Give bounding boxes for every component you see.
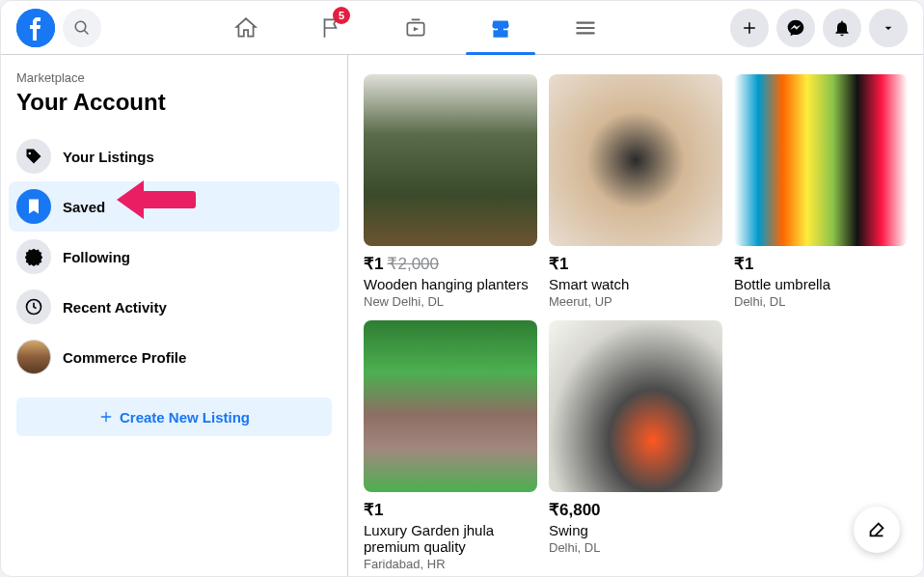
bookmark-icon (16, 189, 51, 224)
listing-card[interactable]: ₹1 Bottle umbrella Delhi, DL (734, 74, 908, 309)
create-button[interactable] (730, 9, 769, 47)
sidebar-item-label: Commerce Profile (63, 349, 186, 366)
nav-marketplace[interactable] (462, 1, 539, 55)
create-listing-label: Create New Listing (120, 409, 250, 426)
listing-image (734, 74, 908, 246)
nav-watch[interactable] (377, 1, 454, 55)
listing-price: ₹1 (364, 500, 537, 520)
plus-icon (741, 19, 758, 37)
facebook-logo[interactable] (16, 9, 55, 47)
check-badge-icon (16, 239, 51, 274)
watch-icon (403, 15, 428, 41)
messenger-icon (786, 18, 805, 38)
notifications-button[interactable] (823, 9, 861, 47)
listing-image (364, 74, 537, 246)
listing-image (364, 320, 537, 492)
bell-icon (832, 18, 852, 38)
sidebar-item-label: Your Listings (63, 149, 154, 165)
listing-title: Wooden hanging planters (364, 276, 537, 292)
clock-icon (16, 289, 51, 324)
sidebar: Marketplace Your Account Your Listings S… (1, 55, 348, 576)
nav-home[interactable] (207, 1, 285, 55)
sidebar-item-label: Recent Activity (63, 299, 167, 316)
listing-card[interactable]: ₹1 Smart watch Meerut, UP (549, 74, 722, 309)
messenger-button[interactable] (776, 9, 815, 47)
sidebar-item-label: Following (63, 249, 130, 265)
listing-price: ₹1₹2,000 (364, 254, 537, 274)
create-listing-button[interactable]: Create New Listing (16, 398, 332, 436)
listing-location: Faridabad, HR (364, 557, 537, 571)
compose-button[interactable] (854, 507, 900, 553)
listing-location: Delhi, DL (734, 294, 908, 309)
sidebar-item-following[interactable]: Following (9, 232, 340, 282)
breadcrumb: Marketplace (16, 70, 332, 85)
sidebar-item-your-listings[interactable]: Your Listings (9, 131, 340, 181)
caret-down-icon (881, 20, 896, 36)
listing-title: Bottle umbrella (734, 276, 908, 292)
avatar (16, 340, 51, 374)
compose-icon (866, 519, 887, 540)
tag-icon (16, 139, 51, 174)
listing-title: Swing (549, 522, 722, 538)
listing-title: Smart watch (549, 276, 722, 292)
listing-image (549, 320, 722, 492)
main-content: ₹1₹2,000 Wooden hanging planters New Del… (348, 55, 923, 576)
home-icon (233, 15, 258, 41)
listing-title: Luxury Garden jhula premium quality (364, 522, 537, 555)
search-icon (73, 19, 91, 37)
listing-price: ₹6,800 (549, 500, 722, 520)
listing-image (549, 74, 722, 246)
marketplace-icon (488, 15, 513, 41)
sidebar-item-label: Saved (63, 199, 105, 215)
sidebar-item-saved[interactable]: Saved (9, 181, 340, 232)
top-bar: 5 (1, 1, 923, 55)
listing-location: Meerut, UP (549, 294, 722, 309)
listing-price: ₹1 (549, 254, 722, 274)
listing-location: Delhi, DL (549, 540, 722, 555)
listing-card[interactable]: ₹1₹2,000 Wooden hanging planters New Del… (364, 74, 537, 309)
sidebar-item-commerce-profile[interactable]: Commerce Profile (9, 332, 340, 382)
sidebar-item-recent-activity[interactable]: Recent Activity (9, 282, 340, 332)
listing-location: New Delhi, DL (364, 294, 537, 309)
account-button[interactable] (869, 9, 908, 47)
hamburger-icon (573, 15, 598, 41)
listing-card[interactable]: ₹1 Luxury Garden jhula premium quality F… (364, 320, 537, 571)
page-title: Your Account (16, 89, 332, 116)
search-button[interactable] (63, 9, 101, 47)
nav-pages[interactable]: 5 (292, 1, 369, 55)
listing-price: ₹1 (734, 254, 908, 274)
listing-card[interactable]: ₹6,800 Swing Delhi, DL (549, 320, 722, 571)
notification-badge: 5 (333, 7, 350, 24)
plus-icon (98, 409, 114, 425)
nav-menu[interactable] (547, 1, 624, 55)
